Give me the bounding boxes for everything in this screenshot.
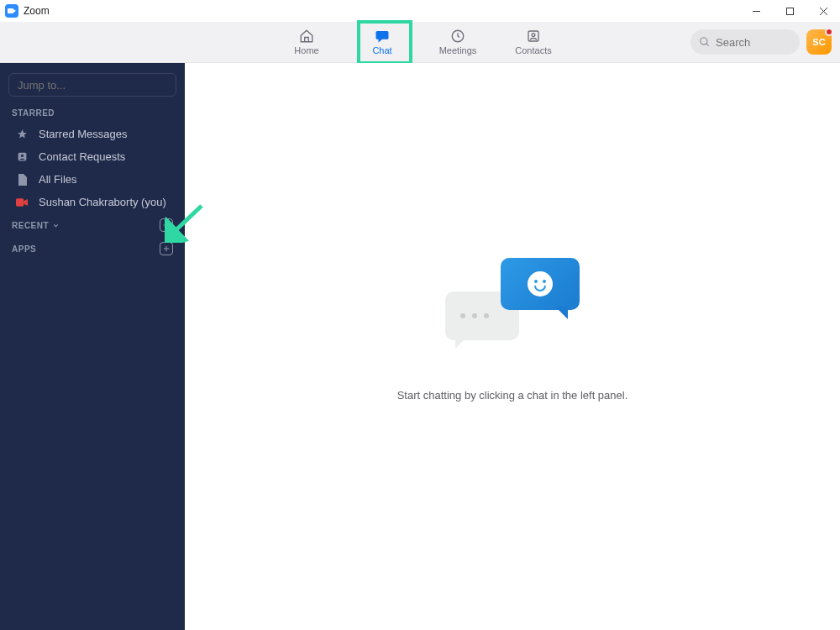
close-button[interactable] <box>806 0 840 22</box>
section-header-starred[interactable]: STARRED <box>0 103 185 123</box>
titlebar-left: Zoom <box>5 4 50 18</box>
video-icon <box>15 198 29 207</box>
sidebar-item-starred-messages[interactable]: Starred Messages <box>0 123 185 145</box>
window-title: Zoom <box>24 5 50 17</box>
section-header-apps-label: APPS <box>12 244 36 254</box>
add-apps-button[interactable] <box>160 242 173 255</box>
contact-request-icon <box>15 151 29 162</box>
contacts-icon <box>526 29 541 44</box>
titlebar: Zoom <box>0 0 840 22</box>
chevron-down-icon <box>52 222 60 229</box>
star-icon <box>15 129 29 139</box>
sidebar-item-label: All Files <box>39 173 77 186</box>
section-header-recent[interactable]: RECENT <box>0 213 185 237</box>
section-header-apps[interactable]: APPS <box>0 237 185 260</box>
smiley-face-icon <box>528 271 553 297</box>
close-icon <box>819 7 828 16</box>
svg-line-8 <box>706 44 709 46</box>
search-icon <box>699 36 711 51</box>
nav-chat[interactable]: Chat <box>357 22 407 63</box>
clock-icon <box>450 29 465 44</box>
add-recent-button[interactable] <box>160 218 173 232</box>
window-controls <box>739 0 840 22</box>
nav-contacts[interactable]: Contacts <box>508 22 559 63</box>
zoom-logo-icon <box>5 4 18 18</box>
main-content: Start chatting by clicking a chat in the… <box>185 63 840 630</box>
main-nav: Home Chat Meetings Contacts <box>281 22 559 63</box>
blue-chat-bubble-icon <box>501 258 580 310</box>
section-header-starred-label: STARRED <box>12 108 55 118</box>
plus-icon <box>162 221 171 229</box>
header: Home Chat Meetings Contacts SC <box>0 22 840 63</box>
svg-point-7 <box>701 38 707 45</box>
svg-point-10 <box>20 155 23 157</box>
empty-state-illustration <box>445 258 580 359</box>
nav-home[interactable]: Home <box>281 22 332 63</box>
search-container <box>690 29 800 55</box>
sidebar-item-self-chat[interactable]: Sushan Chakraborty (you) <box>0 191 185 213</box>
sidebar-item-label: Starred Messages <box>39 128 128 140</box>
file-icon <box>15 174 29 186</box>
svg-rect-1 <box>786 8 793 14</box>
jump-to-input[interactable] <box>8 73 176 97</box>
nav-meetings-label: Meetings <box>439 45 477 55</box>
maximize-icon <box>785 7 795 16</box>
nav-meetings[interactable]: Meetings <box>433 22 483 63</box>
sidebar: STARRED Starred Messages Contact Request… <box>0 63 185 630</box>
empty-state-message: Start chatting by clicking a chat in the… <box>397 389 628 402</box>
minimize-button[interactable] <box>739 0 773 22</box>
section-header-recent-label: RECENT <box>12 221 49 230</box>
sidebar-item-label: Contact Requests <box>39 150 125 163</box>
maximize-button[interactable] <box>773 0 806 22</box>
body: STARRED Starred Messages Contact Request… <box>0 63 840 630</box>
sidebar-item-label: Sushan Chakraborty (you) <box>39 196 166 208</box>
sidebar-item-all-files[interactable]: All Files <box>0 168 185 191</box>
sidebar-item-contact-requests[interactable]: Contact Requests <box>0 145 185 168</box>
home-icon <box>299 29 314 44</box>
nav-chat-label: Chat <box>372 45 391 55</box>
nav-contacts-label: Contacts <box>515 45 551 55</box>
plus-icon <box>162 244 171 253</box>
chat-icon <box>375 29 390 44</box>
user-avatar[interactable]: SC <box>806 29 832 55</box>
svg-point-6 <box>532 34 535 37</box>
svg-rect-11 <box>16 198 24 206</box>
nav-home-label: Home <box>294 45 318 55</box>
minimize-icon <box>752 7 761 16</box>
avatar-initials: SC <box>812 37 825 47</box>
avatar-notification-badge <box>825 28 833 36</box>
